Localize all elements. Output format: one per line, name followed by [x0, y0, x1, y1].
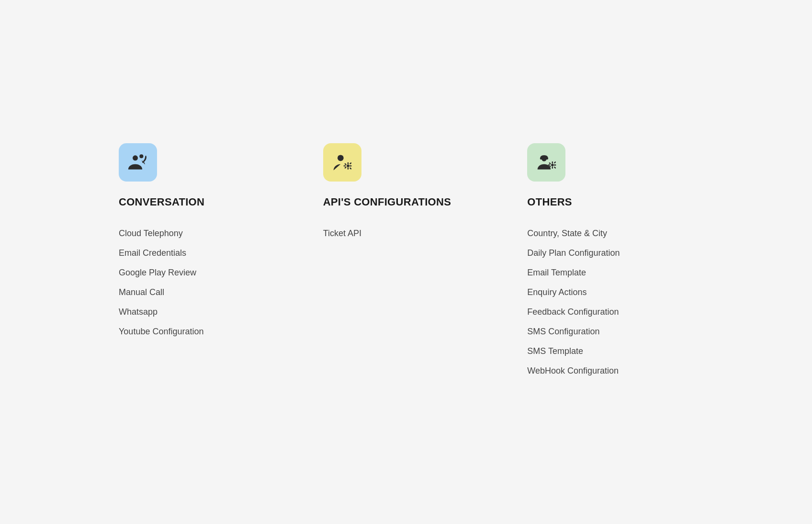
link-country-state-city[interactable]: Country, State & City: [527, 224, 620, 243]
others-title: OTHERS: [527, 196, 572, 208]
apis-title: API'S CONFIGURATIONS: [323, 196, 451, 208]
svg-point-2: [338, 155, 344, 161]
section-apis: API'S CONFIGURATIONS Ticket API: [304, 143, 508, 243]
others-links: Country, State & City Daily Plan Configu…: [527, 224, 620, 381]
section-conversation: CONVERSATION Cloud Telephony Email Crede…: [100, 143, 304, 342]
link-sms-template[interactable]: SMS Template: [527, 342, 620, 361]
link-cloud-telephony[interactable]: Cloud Telephony: [119, 224, 203, 243]
link-daily-plan-configuration[interactable]: Daily Plan Configuration: [527, 243, 620, 263]
conversation-links: Cloud Telephony Email Credentials Google…: [119, 224, 203, 342]
link-youtube-configuration[interactable]: Youtube Configuration: [119, 322, 203, 342]
link-google-play-review[interactable]: Google Play Review: [119, 263, 203, 283]
section-others: OTHERS Country, State & City Daily Plan …: [508, 143, 712, 381]
conversation-title: CONVERSATION: [119, 196, 204, 208]
content-area: CONVERSATION Cloud Telephony Email Crede…: [71, 105, 741, 419]
link-whatsapp[interactable]: Whatsapp: [119, 302, 203, 322]
api-config-icon: [323, 143, 361, 182]
link-sms-configuration[interactable]: SMS Configuration: [527, 322, 620, 342]
main-container: CONVERSATION Cloud Telephony Email Crede…: [0, 0, 812, 524]
svg-point-3: [347, 165, 350, 168]
others-icon: [527, 143, 565, 182]
link-email-template[interactable]: Email Template: [527, 263, 620, 283]
conversation-icon: [119, 143, 157, 182]
link-ticket-api[interactable]: Ticket API: [323, 224, 361, 243]
svg-rect-5: [541, 159, 549, 159]
svg-point-1: [139, 154, 143, 158]
apis-links: Ticket API: [323, 224, 361, 243]
link-webhook-configuration[interactable]: WebHook Configuration: [527, 361, 620, 381]
link-manual-call[interactable]: Manual Call: [119, 283, 203, 302]
link-email-credentials[interactable]: Email Credentials: [119, 243, 203, 263]
svg-point-0: [133, 155, 138, 160]
link-enquiry-actions[interactable]: Enquiry Actions: [527, 283, 620, 302]
svg-point-6: [551, 164, 554, 167]
link-feedback-configuration[interactable]: Feedback Configuration: [527, 302, 620, 322]
